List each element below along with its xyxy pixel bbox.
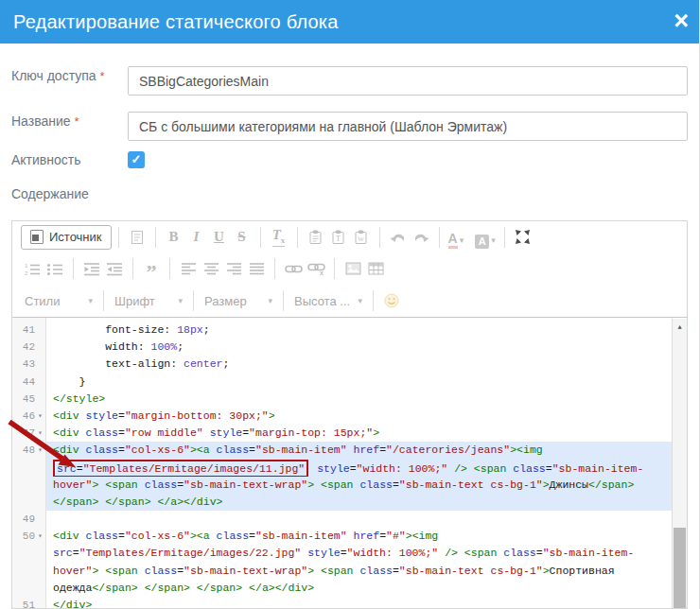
name-label: Название*: [11, 113, 79, 129]
italic-button[interactable]: I: [185, 226, 208, 249]
source-code-area[interactable]: 41 font-size: 18px;42 width: 100%;43 tex…: [12, 317, 687, 608]
template-button[interactable]: [126, 226, 149, 249]
font-dropdown[interactable]: Шрифт ▾: [111, 292, 186, 309]
bg-color-button[interactable]: A ▾: [473, 226, 498, 249]
align-left-icon: [181, 262, 197, 275]
code-line: 43 text-align: center;: [12, 356, 672, 373]
required-asterisk: *: [75, 114, 79, 129]
editor-toolbar: Источник B I U S Tx: [12, 221, 687, 317]
remove-format-button[interactable]: Tx: [268, 226, 290, 249]
image-icon: [345, 262, 361, 275]
align-center-icon: [203, 262, 219, 275]
unlink-icon: x: [307, 263, 325, 275]
chevron-down-icon: ▾: [491, 232, 496, 249]
separator: [504, 227, 505, 248]
name-input[interactable]: [128, 112, 688, 141]
justify-icon: [249, 262, 265, 275]
italic-icon: I: [194, 229, 200, 245]
unlink-button[interactable]: x: [305, 257, 327, 280]
code-line: 47▾<div class="row middle" style="margin…: [12, 425, 672, 442]
svg-text:T: T: [336, 235, 341, 243]
fold-toggle-icon[interactable]: ▾: [38, 408, 46, 425]
line-number: 45: [23, 391, 38, 408]
align-left-button[interactable]: [177, 257, 200, 280]
separator: [439, 227, 440, 248]
line-number: 49: [23, 511, 38, 528]
code-line: 42 width: 100%;: [12, 339, 672, 356]
toolbar-row-3: Стили ▾ Шрифт ▾ Размер ▾ Высота ... ▾: [12, 285, 687, 317]
access-key-input[interactable]: [128, 66, 688, 96]
separator: [118, 227, 119, 248]
maximize-icon: [515, 229, 531, 245]
bold-button[interactable]: B: [163, 226, 185, 249]
scroll-up-arrow[interactable]: ▲: [673, 319, 687, 331]
bulleted-list-button[interactable]: [44, 257, 66, 280]
underline-button[interactable]: U: [208, 226, 231, 249]
blockquote-button[interactable]: ”: [140, 257, 163, 280]
undo-button[interactable]: [387, 226, 410, 249]
fold-toggle-icon[interactable]: ▾: [38, 425, 46, 442]
scrollbar-thumb[interactable]: [674, 528, 686, 608]
activity-label: Активность: [11, 152, 81, 167]
image-button[interactable]: [341, 257, 364, 280]
align-right-icon: [226, 262, 242, 275]
align-center-button[interactable]: [200, 257, 222, 280]
justify-button[interactable]: [245, 257, 268, 280]
bold-icon: B: [168, 229, 178, 245]
line-number: 46: [23, 408, 38, 425]
line-number: 41: [23, 322, 38, 339]
separator: [103, 290, 104, 311]
check-icon: ✓: [131, 152, 142, 166]
chevron-down-icon: ▾: [268, 292, 272, 309]
indent-button[interactable]: [103, 257, 126, 280]
code-line: hover"> <span class="sb-main-text-wrap">…: [12, 563, 672, 580]
maximize-button[interactable]: [512, 226, 534, 249]
strikethrough-icon: S: [237, 229, 245, 245]
text-color-button[interactable]: A ▾: [446, 226, 466, 249]
source-icon: [30, 230, 44, 244]
close-icon[interactable]: ×: [674, 6, 689, 36]
vertical-scrollbar: ▲: [672, 319, 687, 608]
source-button[interactable]: Источник: [21, 225, 112, 250]
bg-color-icon: A: [475, 235, 489, 249]
line-number: 44: [23, 374, 38, 391]
code-lines: 41 font-size: 18px;42 width: 100%;43 tex…: [12, 322, 672, 608]
size-dropdown[interactable]: Размер ▾: [201, 292, 276, 309]
fold-toggle-icon[interactable]: ▾: [38, 442, 46, 459]
smiley-icon: [384, 293, 399, 308]
activity-checkbox[interactable]: ✓: [128, 151, 145, 168]
smiley-button[interactable]: [380, 289, 403, 312]
redo-button[interactable]: [410, 226, 432, 249]
redo-icon: [412, 231, 429, 244]
fold-toggle-icon[interactable]: ▾: [38, 528, 46, 545]
code-line: hover"> <span class="sb-main-text-wrap">…: [12, 477, 672, 494]
strikethrough-button[interactable]: S: [231, 226, 254, 249]
code-line: 46▾<div style="margin-bottom: 30px;">: [12, 408, 672, 425]
link-button[interactable]: [282, 257, 305, 280]
bulleted-list-icon: [46, 262, 63, 276]
line-number: 50: [23, 528, 38, 545]
line-number: 51: [23, 597, 38, 608]
paste-text-button[interactable]: T: [327, 226, 350, 249]
link-icon: [285, 264, 303, 274]
outdent-button[interactable]: [80, 257, 103, 280]
line-height-dropdown[interactable]: Высота ... ▾: [290, 292, 366, 309]
chevron-down-icon: ▾: [358, 292, 362, 309]
code-line: одежда</span> </span> </span> </a></div>: [12, 580, 672, 597]
code-line: 41 font-size: 18px;: [12, 322, 672, 339]
separator: [132, 258, 133, 279]
separator: [260, 227, 261, 248]
underline-icon: U: [214, 229, 224, 245]
separator: [373, 290, 374, 311]
separator: [283, 290, 284, 311]
paste-button[interactable]: [305, 226, 327, 249]
separator: [274, 258, 275, 279]
outdent-icon: [83, 262, 100, 276]
line-number: 47: [23, 425, 38, 442]
table-button[interactable]: [364, 257, 387, 280]
svg-text:2: 2: [25, 270, 28, 276]
numbered-list-button[interactable]: 12: [21, 257, 44, 280]
paste-word-button[interactable]: W: [350, 226, 373, 249]
align-right-button[interactable]: [222, 257, 245, 280]
styles-dropdown[interactable]: Стили ▾: [21, 292, 96, 309]
